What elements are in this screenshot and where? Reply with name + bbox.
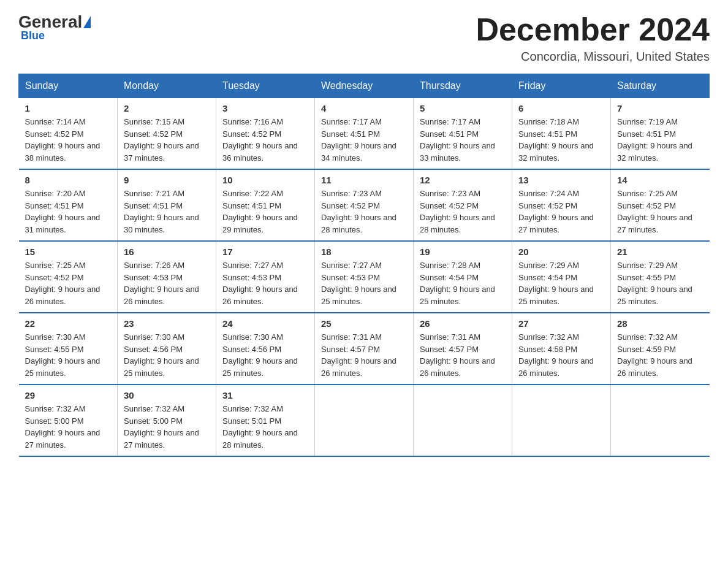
calendar-cell: 4 Sunrise: 7:17 AMSunset: 4:51 PMDayligh… bbox=[315, 98, 414, 170]
day-number: 30 bbox=[124, 390, 210, 400]
location-subtitle: Concordia, Missouri, United States bbox=[476, 50, 710, 64]
day-number: 8 bbox=[25, 175, 112, 185]
day-number: 2 bbox=[124, 103, 210, 113]
weekday-header-friday: Friday bbox=[512, 74, 611, 98]
calendar-cell: 25 Sunrise: 7:31 AMSunset: 4:57 PMDaylig… bbox=[315, 313, 414, 385]
weekday-header-thursday: Thursday bbox=[414, 74, 512, 98]
day-number: 14 bbox=[617, 175, 703, 185]
day-number: 23 bbox=[124, 318, 210, 329]
day-info: Sunrise: 7:26 AMSunset: 4:53 PMDaylight:… bbox=[124, 261, 199, 306]
day-number: 20 bbox=[518, 247, 604, 257]
day-info: Sunrise: 7:32 AMSunset: 5:00 PMDaylight:… bbox=[124, 404, 199, 450]
calendar-cell: 3 Sunrise: 7:16 AMSunset: 4:52 PMDayligh… bbox=[216, 98, 315, 170]
calendar-cell: 9 Sunrise: 7:21 AMSunset: 4:51 PMDayligh… bbox=[118, 169, 216, 241]
day-info: Sunrise: 7:15 AMSunset: 4:52 PMDaylight:… bbox=[124, 117, 199, 163]
day-number: 25 bbox=[321, 318, 407, 329]
day-info: Sunrise: 7:32 AMSunset: 5:01 PMDaylight:… bbox=[222, 404, 298, 450]
calendar-cell: 26 Sunrise: 7:31 AMSunset: 4:57 PMDaylig… bbox=[414, 313, 512, 385]
calendar-cell bbox=[414, 385, 512, 456]
logo: General Blue bbox=[18, 12, 91, 42]
day-number: 3 bbox=[222, 103, 308, 113]
weekday-header-row: SundayMondayTuesdayWednesdayThursdayFrid… bbox=[19, 74, 710, 98]
day-info: Sunrise: 7:32 AMSunset: 5:00 PMDaylight:… bbox=[25, 404, 100, 450]
calendar-week-row: 15 Sunrise: 7:25 AMSunset: 4:52 PMDaylig… bbox=[19, 241, 710, 313]
calendar-cell: 23 Sunrise: 7:30 AMSunset: 4:56 PMDaylig… bbox=[118, 313, 216, 385]
calendar-cell: 31 Sunrise: 7:32 AMSunset: 5:01 PMDaylig… bbox=[216, 385, 315, 456]
calendar-cell: 12 Sunrise: 7:23 AMSunset: 4:52 PMDaylig… bbox=[414, 169, 512, 241]
weekday-header-saturday: Saturday bbox=[611, 74, 710, 98]
calendar-cell: 28 Sunrise: 7:32 AMSunset: 4:59 PMDaylig… bbox=[611, 313, 710, 385]
day-number: 19 bbox=[420, 247, 506, 257]
calendar-cell: 15 Sunrise: 7:25 AMSunset: 4:52 PMDaylig… bbox=[19, 241, 118, 313]
weekday-header-wednesday: Wednesday bbox=[315, 74, 414, 98]
calendar-cell: 29 Sunrise: 7:32 AMSunset: 5:00 PMDaylig… bbox=[19, 385, 118, 456]
day-info: Sunrise: 7:17 AMSunset: 4:51 PMDaylight:… bbox=[420, 117, 495, 163]
day-info: Sunrise: 7:22 AMSunset: 4:51 PMDaylight:… bbox=[222, 189, 298, 234]
day-number: 6 bbox=[518, 103, 604, 113]
day-number: 22 bbox=[25, 318, 112, 329]
calendar-cell: 17 Sunrise: 7:27 AMSunset: 4:53 PMDaylig… bbox=[216, 241, 315, 313]
calendar-week-row: 1 Sunrise: 7:14 AMSunset: 4:52 PMDayligh… bbox=[19, 98, 710, 170]
calendar-cell: 8 Sunrise: 7:20 AMSunset: 4:51 PMDayligh… bbox=[19, 169, 118, 241]
day-info: Sunrise: 7:25 AMSunset: 4:52 PMDaylight:… bbox=[617, 189, 692, 234]
calendar-cell bbox=[315, 385, 414, 456]
day-number: 5 bbox=[420, 103, 506, 113]
weekday-header-sunday: Sunday bbox=[19, 74, 118, 98]
day-info: Sunrise: 7:23 AMSunset: 4:52 PMDaylight:… bbox=[321, 189, 396, 234]
day-info: Sunrise: 7:23 AMSunset: 4:52 PMDaylight:… bbox=[420, 189, 495, 234]
calendar-week-row: 29 Sunrise: 7:32 AMSunset: 5:00 PMDaylig… bbox=[19, 385, 710, 456]
day-number: 24 bbox=[222, 318, 308, 329]
day-info: Sunrise: 7:27 AMSunset: 4:53 PMDaylight:… bbox=[222, 261, 298, 306]
day-info: Sunrise: 7:29 AMSunset: 4:54 PMDaylight:… bbox=[518, 261, 594, 306]
calendar-cell: 14 Sunrise: 7:25 AMSunset: 4:52 PMDaylig… bbox=[611, 169, 710, 241]
day-number: 29 bbox=[25, 390, 112, 400]
day-info: Sunrise: 7:30 AMSunset: 4:56 PMDaylight:… bbox=[222, 332, 298, 378]
day-info: Sunrise: 7:16 AMSunset: 4:52 PMDaylight:… bbox=[222, 117, 298, 163]
calendar-cell: 7 Sunrise: 7:19 AMSunset: 4:51 PMDayligh… bbox=[611, 98, 710, 170]
calendar-cell: 27 Sunrise: 7:32 AMSunset: 4:58 PMDaylig… bbox=[512, 313, 611, 385]
calendar-cell bbox=[512, 385, 611, 456]
day-number: 12 bbox=[420, 175, 506, 185]
day-info: Sunrise: 7:21 AMSunset: 4:51 PMDaylight:… bbox=[124, 189, 199, 234]
day-number: 26 bbox=[420, 318, 506, 329]
calendar-cell: 5 Sunrise: 7:17 AMSunset: 4:51 PMDayligh… bbox=[414, 98, 512, 170]
day-number: 11 bbox=[321, 175, 407, 185]
day-info: Sunrise: 7:25 AMSunset: 4:52 PMDaylight:… bbox=[25, 261, 100, 306]
weekday-header-tuesday: Tuesday bbox=[216, 74, 315, 98]
calendar-cell: 16 Sunrise: 7:26 AMSunset: 4:53 PMDaylig… bbox=[118, 241, 216, 313]
logo-blue-text: Blue bbox=[21, 29, 45, 42]
day-number: 10 bbox=[222, 175, 308, 185]
calendar-cell: 21 Sunrise: 7:29 AMSunset: 4:55 PMDaylig… bbox=[611, 241, 710, 313]
day-info: Sunrise: 7:32 AMSunset: 4:58 PMDaylight:… bbox=[518, 332, 594, 378]
day-number: 28 bbox=[617, 318, 703, 329]
calendar-week-row: 8 Sunrise: 7:20 AMSunset: 4:51 PMDayligh… bbox=[19, 169, 710, 241]
calendar-cell: 18 Sunrise: 7:27 AMSunset: 4:53 PMDaylig… bbox=[315, 241, 414, 313]
day-info: Sunrise: 7:28 AMSunset: 4:54 PMDaylight:… bbox=[420, 261, 495, 306]
calendar-cell: 11 Sunrise: 7:23 AMSunset: 4:52 PMDaylig… bbox=[315, 169, 414, 241]
calendar-cell: 22 Sunrise: 7:30 AMSunset: 4:55 PMDaylig… bbox=[19, 313, 118, 385]
day-info: Sunrise: 7:30 AMSunset: 4:56 PMDaylight:… bbox=[124, 332, 199, 378]
calendar-cell bbox=[611, 385, 710, 456]
day-number: 9 bbox=[124, 175, 210, 185]
day-number: 18 bbox=[321, 247, 407, 257]
calendar-cell: 20 Sunrise: 7:29 AMSunset: 4:54 PMDaylig… bbox=[512, 241, 611, 313]
day-info: Sunrise: 7:27 AMSunset: 4:53 PMDaylight:… bbox=[321, 261, 396, 306]
day-info: Sunrise: 7:18 AMSunset: 4:51 PMDaylight:… bbox=[518, 117, 594, 163]
day-number: 21 bbox=[617, 247, 703, 257]
calendar-cell: 30 Sunrise: 7:32 AMSunset: 5:00 PMDaylig… bbox=[118, 385, 216, 456]
day-info: Sunrise: 7:30 AMSunset: 4:55 PMDaylight:… bbox=[25, 332, 100, 378]
day-number: 31 bbox=[222, 390, 308, 400]
day-info: Sunrise: 7:29 AMSunset: 4:55 PMDaylight:… bbox=[617, 261, 692, 306]
day-info: Sunrise: 7:24 AMSunset: 4:52 PMDaylight:… bbox=[518, 189, 594, 234]
day-number: 4 bbox=[321, 103, 407, 113]
day-info: Sunrise: 7:32 AMSunset: 4:59 PMDaylight:… bbox=[617, 332, 692, 378]
day-info: Sunrise: 7:19 AMSunset: 4:51 PMDaylight:… bbox=[617, 117, 692, 163]
title-area: December 2024 Concordia, Missouri, Unite… bbox=[476, 12, 710, 64]
calendar-cell: 10 Sunrise: 7:22 AMSunset: 4:51 PMDaylig… bbox=[216, 169, 315, 241]
month-title: December 2024 bbox=[476, 12, 710, 47]
day-number: 16 bbox=[124, 247, 210, 257]
day-number: 1 bbox=[25, 103, 112, 113]
day-number: 7 bbox=[617, 103, 703, 113]
calendar-cell: 24 Sunrise: 7:30 AMSunset: 4:56 PMDaylig… bbox=[216, 313, 315, 385]
day-info: Sunrise: 7:14 AMSunset: 4:52 PMDaylight:… bbox=[25, 117, 100, 163]
